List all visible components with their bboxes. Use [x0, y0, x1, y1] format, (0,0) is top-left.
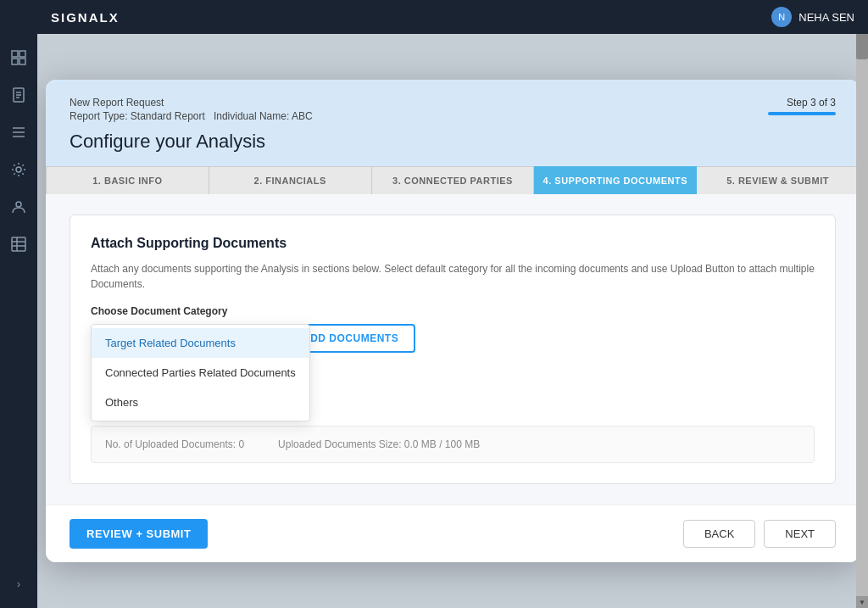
modal-meta-left: New Report Request Report Type: Standard…	[70, 97, 313, 122]
svg-point-12	[16, 202, 21, 207]
main-area: New Report Request Report Type: Standard…	[37, 34, 868, 608]
dropdown-option-target[interactable]: Target Related Documents	[92, 328, 309, 358]
uploaded-docs-size: Uploaded Documents Size: 0.0 MB / 100 MB	[278, 438, 480, 450]
modal-meta: New Report Request Report Type: Standard…	[70, 97, 836, 122]
tab-supporting-documents[interactable]: 4. SUPPORTING DOCUMENTS	[534, 166, 697, 194]
table-icon[interactable]	[0, 227, 37, 261]
user-avatar: N	[771, 7, 792, 27]
user-name: NEHA SEN	[798, 11, 854, 24]
user-menu[interactable]: N NEHA SEN	[771, 7, 854, 27]
tab-connected-parties[interactable]: 3. CONNECTED PARTIES	[372, 166, 535, 194]
tab-financials[interactable]: 2. FINANCIALS	[209, 166, 372, 194]
person-icon[interactable]	[0, 190, 37, 224]
app-logo: SIGNALX	[51, 10, 120, 25]
document-icon[interactable]	[0, 78, 37, 112]
scrollbar-thumb[interactable]	[856, 34, 868, 59]
svg-rect-3	[19, 59, 25, 64]
modal-header: New Report Request Report Type: Standard…	[46, 80, 860, 194]
footer-nav-buttons: BACK NEXT	[683, 520, 836, 548]
sidebar: ›	[0, 0, 37, 608]
scrollbar: ▲ ▼	[856, 34, 868, 608]
sidebar-logo	[0, 0, 37, 37]
modal: New Report Request Report Type: Standard…	[46, 80, 860, 562]
section-card: Attach Supporting Documents Attach any d…	[70, 215, 836, 484]
sidebar-expand-btn[interactable]: ›	[0, 571, 37, 598]
tab-basic-info[interactable]: 1. BASIC INFO	[46, 166, 209, 194]
gear-icon[interactable]	[0, 153, 37, 187]
section-description: Attach any documents supporting the Anal…	[91, 261, 815, 292]
dropdown-option-others[interactable]: Others	[92, 388, 309, 417]
svg-point-11	[16, 167, 21, 172]
modal-body: Attach Supporting Documents Attach any d…	[46, 194, 860, 505]
new-request-label: New Report Request	[70, 97, 313, 109]
choose-category-label: Choose Document Category	[91, 305, 815, 317]
back-button[interactable]: BACK	[683, 520, 755, 548]
list-icon[interactable]	[0, 115, 37, 149]
step-progress-fill	[768, 112, 836, 115]
grid-icon[interactable]	[0, 41, 37, 75]
tabs: 1. BASIC INFO 2. FINANCIALS 3. CONNECTED…	[46, 166, 860, 194]
step-progress-bar	[768, 112, 836, 115]
svg-rect-13	[12, 237, 25, 251]
svg-rect-0	[12, 51, 18, 57]
report-type-label: Report Type: Standard Report Individual …	[70, 110, 313, 122]
review-submit-button[interactable]: REVIEW + SUBMIT	[70, 519, 208, 549]
modal-footer: REVIEW + SUBMIT BACK NEXT	[46, 505, 860, 562]
step-info: Step 3 of 3	[768, 97, 836, 115]
tab-review-submit[interactable]: 5. REVIEW & SUBMIT	[697, 166, 860, 194]
svg-rect-2	[12, 59, 18, 64]
dropdown-option-connected[interactable]: Connected Parties Related Documents	[92, 358, 309, 388]
next-button[interactable]: NEXT	[764, 520, 836, 548]
upload-stats-row: No. of Uploaded Documents: 0 Uploaded Do…	[91, 426, 815, 463]
dropdown-menu[interactable]: Target Related Documents Connected Parti…	[91, 324, 310, 421]
section-title: Attach Supporting Documents	[91, 236, 815, 251]
modal-title: Configure your Analysis	[70, 131, 836, 153]
topbar: SIGNALX N NEHA SEN	[37, 0, 868, 34]
uploaded-docs-count: No. of Uploaded Documents: 0	[105, 438, 244, 450]
step-label: Step 3 of 3	[768, 97, 836, 109]
svg-rect-1	[19, 51, 25, 57]
scrollbar-arrow-down[interactable]: ▼	[856, 596, 868, 608]
